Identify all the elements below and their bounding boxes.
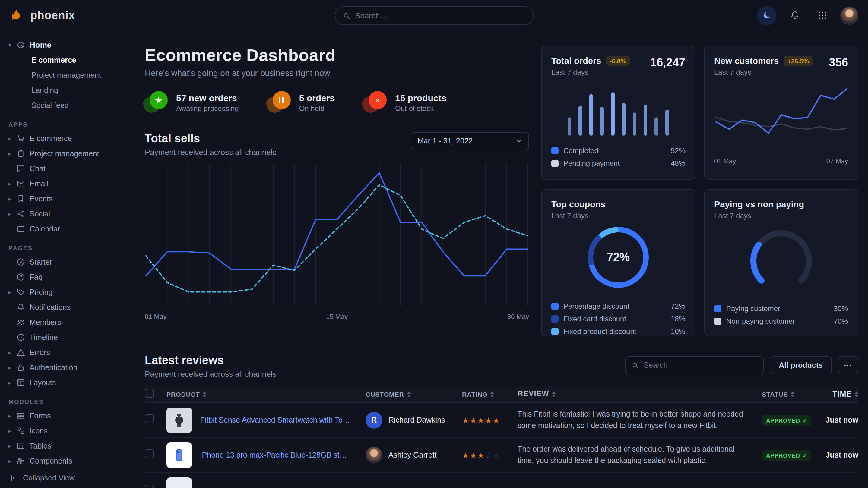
sort-icon[interactable] (491, 391, 494, 397)
clipboard-icon (16, 149, 30, 158)
brand[interactable]: phoenix (10, 7, 75, 23)
reviews-search[interactable] (625, 356, 764, 375)
card-title: Paying vs non paying (714, 199, 848, 209)
total-sells-chart (145, 164, 529, 306)
sidebar-item-faq[interactable]: Faq (0, 269, 125, 285)
axis-label: 15 May (326, 313, 348, 320)
sidebar-section-title: APPS (8, 121, 125, 128)
all-products-button[interactable]: All products (770, 356, 832, 375)
table-icon (16, 441, 30, 450)
sort-icon[interactable] (203, 391, 207, 397)
sidebar-item-project-management[interactable]: ▸Project management (0, 146, 125, 161)
star-empty-icon: ☆ (493, 451, 500, 460)
column-header: PRODUCT (166, 390, 200, 398)
bell-icon (789, 10, 800, 21)
star-filled-icon: ★ (477, 451, 485, 460)
sort-icon[interactable] (791, 391, 795, 397)
legend-label: Percentage discount (563, 302, 629, 310)
reviews-search-input[interactable] (644, 361, 757, 369)
sidebar-item-layouts[interactable]: ▸Layouts (0, 375, 125, 390)
apps-menu-button[interactable] (812, 6, 832, 25)
paying-vs-nonpaying-card: Paying vs non paying Last 7 days Paying … (704, 189, 858, 336)
total-sells-x-labels: 01 May 15 May 30 May (145, 313, 529, 320)
sidebar-item-components[interactable]: ▸Components (0, 453, 125, 466)
sidebar-item-label: Email (30, 180, 49, 188)
new-customers-value: 356 (829, 56, 848, 69)
date-range-select[interactable]: Mar 1 - 31, 2022 (411, 132, 529, 150)
puzzle-icon (16, 456, 30, 465)
select-all-checkbox[interactable] (145, 389, 154, 398)
rating-stars: ★★★★★ (462, 415, 500, 425)
sidebar-item-label: Faq (30, 273, 42, 281)
sidebar-subitem-project-management[interactable]: Project management (0, 67, 125, 83)
global-search-input[interactable] (355, 11, 526, 20)
sidebar-item-calendar[interactable]: Calendar (0, 221, 125, 236)
theme-toggle-button[interactable] (757, 6, 776, 25)
more-options-button[interactable]: ... (838, 356, 858, 375)
sidebar-home-children: E commerceProject managementLandingSocia… (0, 53, 125, 113)
chevron-down-icon (515, 137, 522, 145)
sidebar-item-timeline[interactable]: Timeline (0, 330, 125, 345)
rating-stars: ★★★☆☆ (462, 449, 500, 460)
card-title: Total orders (551, 56, 601, 66)
review-time: Just now (820, 416, 858, 424)
sidebar-item-social[interactable]: ▸Social (0, 206, 125, 221)
global-search[interactable] (335, 6, 533, 25)
sidebar-subitem-landing[interactable]: Landing (0, 83, 125, 98)
notifications-button[interactable] (785, 6, 804, 25)
sort-icon[interactable] (552, 391, 556, 397)
chevron-right-icon: ▸ (8, 458, 16, 464)
sidebar-item-notifications[interactable]: Notifications (0, 300, 125, 315)
chat-icon (16, 164, 30, 173)
user-avatar[interactable] (840, 6, 858, 24)
sidebar-subitem-e-commerce[interactable]: E commerce (0, 53, 125, 67)
row-checkbox[interactable] (145, 484, 154, 488)
phoenix-logo-icon (10, 7, 25, 23)
stat-caption: On hold (299, 104, 335, 112)
legend-item: Percentage discount 72% (551, 300, 685, 312)
sidebar-item-events[interactable]: ▸Events (0, 191, 125, 206)
sidebar-item-pricing[interactable]: ▸Pricing (0, 285, 125, 300)
legend-swatch (551, 302, 559, 310)
sidebar-item-members[interactable]: Members (0, 315, 125, 330)
row-checkbox[interactable] (145, 449, 154, 458)
collapse-sidebar-button[interactable]: Collapsed View (0, 466, 125, 488)
new-customers-card: New customers +26.5% Last 7 days 356 01 … (704, 46, 858, 180)
collapse-icon (10, 474, 18, 482)
legend-label: Fixed card discount (563, 314, 626, 323)
sidebar-item-icons[interactable]: ▸Icons (0, 423, 125, 438)
mail-icon (16, 179, 30, 188)
users-icon (16, 318, 30, 327)
sidebar-item-e-commerce[interactable]: ▸E commerce (0, 131, 125, 146)
donut-center-value: 72% (585, 224, 652, 291)
customer-avatar (366, 446, 382, 463)
app-root: phoenix ▾ Home E commerce (0, 0, 868, 488)
sidebar-item-tables[interactable]: ▸Tables (0, 438, 125, 453)
sidebar-item-authentication[interactable]: ▸Authentication (0, 360, 125, 375)
chevron-right-icon: ▸ (8, 443, 16, 449)
sidebar: ▾ Home E commerceProject managementLandi… (0, 31, 125, 488)
sidebar-item-home[interactable]: ▾ Home (0, 37, 125, 53)
share-icon (16, 209, 30, 218)
sidebar-subitem-social-feed[interactable]: Social feed (0, 98, 125, 113)
row-checkbox[interactable] (145, 414, 154, 423)
sidebar-item-chat[interactable]: Chat (0, 161, 125, 176)
sidebar-item-starter[interactable]: Starter (0, 254, 125, 269)
sidebar-item-forms[interactable]: ▸Forms (0, 408, 125, 423)
legend-item: Fixed card discount 18% (551, 312, 685, 325)
sidebar-item-label: Starter (30, 258, 52, 266)
form-icon (16, 411, 30, 420)
product-link[interactable]: iPhone 13 pro max-Pacific Blue-128GB sto… (200, 451, 351, 459)
stat-value: 5 orders (299, 93, 335, 103)
sidebar-sections: APPS▸E commerce▸Project managementChat▸E… (0, 121, 125, 466)
product-link[interactable]: Fitbit Sense Advanced Smartwatch with To… (200, 416, 351, 424)
sort-icon[interactable] (855, 391, 858, 397)
pause-icon (268, 91, 292, 114)
sidebar-item-email[interactable]: ▸Email (0, 176, 125, 191)
sidebar-item-label: Notifications (30, 303, 70, 312)
legend-swatch (551, 147, 559, 154)
change-badge: +26.5% (783, 56, 812, 66)
sidebar-item-errors[interactable]: ▸Errors (0, 345, 125, 360)
sort-icon[interactable] (407, 391, 411, 397)
chevron-right-icon: ▸ (8, 289, 16, 295)
